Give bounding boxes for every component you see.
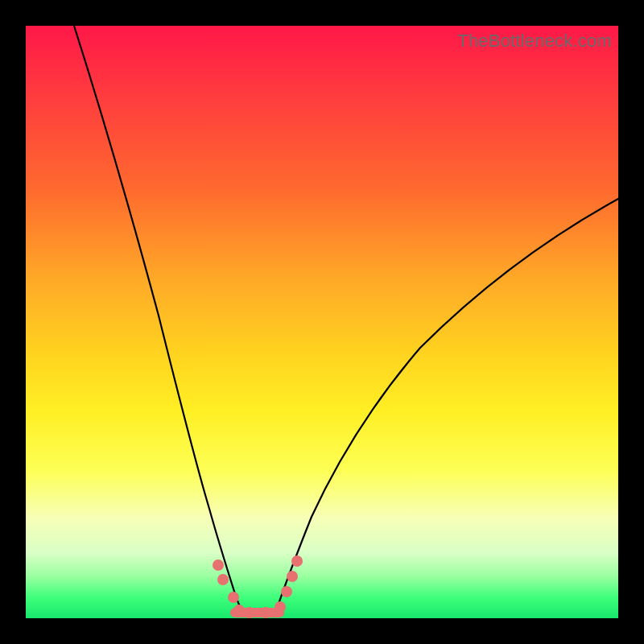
curve-right [275, 199, 618, 613]
point [228, 592, 239, 603]
point [260, 607, 271, 618]
point [233, 605, 245, 616]
curve-left [74, 26, 243, 613]
point [281, 586, 292, 597]
point [217, 574, 229, 585]
point [244, 607, 255, 618]
point [213, 559, 224, 571]
point [291, 555, 303, 567]
chart-frame: TheBottleneck.com [0, 0, 644, 644]
point [275, 601, 286, 613]
curve-layer [26, 26, 618, 618]
plot-area: TheBottleneck.com [26, 26, 618, 618]
point [287, 571, 298, 582]
